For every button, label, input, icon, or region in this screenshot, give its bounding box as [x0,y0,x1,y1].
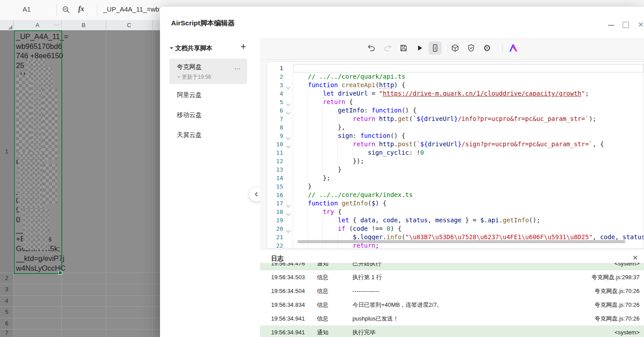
row-header-4[interactable]: 4 [0,295,13,306]
code-line[interactable]: }; [293,174,644,182]
minimize-button[interactable] [608,25,614,26]
line-number: 8 [267,123,283,132]
maximize-button[interactable] [623,22,629,28]
gutter-row: 21 [267,233,293,241]
sidebar-item-4[interactable]: 天翼云盘 [177,131,202,139]
formula-input[interactable]: _UP_A4A_11_=wb96517 [103,5,160,13]
indent-guide [308,148,323,157]
column-more-icon[interactable]: ⋯ [54,20,60,30]
line-number: 7 [267,115,283,123]
more-options-icon[interactable]: ⋯ [234,65,241,72]
row-header-7[interactable]: 7 [0,329,13,337]
select-all-corner[interactable] [0,20,14,30]
indent-guide [308,225,323,233]
status-dot [178,76,180,78]
indent-guide [292,199,308,208]
code-line[interactable]: if (code !== 0) { [293,225,644,233]
run-button[interactable] [413,41,426,55]
save-button[interactable] [397,41,410,55]
indent-guide [322,225,338,233]
sidebar-item-3[interactable]: 移动云盘 [177,111,202,119]
fold-chevron-icon[interactable] [286,201,291,206]
row-header-6[interactable]: 6 [0,318,13,329]
code-line[interactable]: let driveUrl = "https://drive-m.quark.cn… [293,89,644,98]
code-line[interactable]: sign_cyclic: !0 [293,148,644,157]
indent-guide [292,157,308,165]
sidebar-item-quark-selected[interactable]: 夸克网盘 更新于19:56 ⋯ [169,59,247,84]
indent-guide [308,89,323,98]
divider [97,4,97,16]
code-line[interactable]: // ../../core/quark/api.ts [293,72,644,81]
fold-chevron-icon[interactable] [286,99,291,104]
code-line[interactable] [293,64,644,72]
column-header-B[interactable]: B [61,20,106,30]
log-panel: 日志 ✕ 19:56:34.476通知已开始执行<system>19:56:34… [260,249,644,337]
chevron-down-icon[interactable] [170,47,173,49]
package-button[interactable] [448,41,462,55]
log-toggle-button[interactable] [428,41,442,55]
indent-guide [308,157,323,165]
fold-chevron-icon[interactable] [286,108,291,113]
close-log-icon[interactable]: ✕ [632,254,638,262]
fold-chevron-icon[interactable] [286,133,291,138]
code-line[interactable]: function createApi(http) { [293,81,644,89]
indent-guide [292,165,308,174]
code-line[interactable]: return http.get(`${driveUrl}/info?pr=ucp… [293,115,644,123]
indent-guide [292,81,308,89]
gutter-row: 20 [267,225,293,233]
undo-button[interactable] [365,41,378,55]
code-editor[interactable]: 12345678910111213141516171819202122 // .… [267,61,644,249]
fold-chevron-icon[interactable] [286,141,291,147]
code-line[interactable]: } [293,182,644,191]
security-shield-button[interactable] [464,41,478,55]
log-source: 夸克网盘.js:70:26 [595,284,640,298]
code-line[interactable]: // ../../core/quark/index.ts [293,191,644,199]
code-line[interactable]: }); [293,157,644,165]
fold-chevron-icon[interactable] [286,82,291,88]
fold-chevron-icon[interactable] [286,209,291,214]
log-source: <system> [615,263,640,270]
code-line[interactable]: return { [293,98,644,106]
code-line[interactable]: }, [293,123,644,132]
gutter-row: 13 [267,165,293,174]
script-group-label: 文档共享脚本 [175,44,212,52]
row-header-1[interactable]: 1 [0,30,13,273]
horizontal-scrollbar[interactable] [297,240,625,243]
name-box[interactable]: A1 [13,5,40,13]
gridline [0,295,160,296]
indent-guide [308,98,323,106]
code-line[interactable]: getInfo: function() { [293,106,644,115]
code-line[interactable]: } [293,165,644,174]
line-number: 11 [267,148,283,157]
close-button[interactable]: ✕ [638,20,644,29]
sidebar-item-2[interactable]: 阿里云盘 [177,91,202,99]
code-line[interactable]: let { data, code, status, message } = $.… [293,216,644,225]
gridline [106,30,106,337]
log-row: 19:56:34.476通知已开始执行<system> [260,263,644,270]
row-header-3[interactable]: 3 [0,284,13,295]
code-line[interactable]: return http.post(`${driveUrl}/sign?pr=uc… [293,140,644,148]
gutter-row: 5 [267,98,293,106]
code-line[interactable]: function getInfo($) { [293,199,644,208]
column-header-A[interactable]: A⋯ [13,20,62,30]
gridline [0,306,160,307]
ai-assistant-button[interactable] [507,41,520,55]
insert-function-icon[interactable]: fx [78,5,84,13]
fill-handle[interactable] [58,271,62,275]
row-header-5[interactable]: 5 [0,306,13,318]
code-line[interactable]: sign: function() { [293,132,644,140]
gutter-row: 6 [267,106,293,115]
settings-button[interactable]: ⚙ [480,41,494,55]
line-number: 6 [267,106,283,115]
add-script-button[interactable]: + [240,42,246,52]
log-level: 通知 [317,325,328,337]
code-line[interactable]: try { [293,208,644,216]
redo-button[interactable] [381,41,394,55]
toolbar-divider [502,44,503,52]
log-level: 信息 [317,298,328,312]
column-header-C[interactable]: C [106,20,153,30]
zoom-out-icon[interactable] [61,5,71,16]
row-header-2[interactable]: 2 [0,273,13,284]
fold-chevron-icon[interactable] [286,226,291,231]
indent-guide [322,123,338,132]
